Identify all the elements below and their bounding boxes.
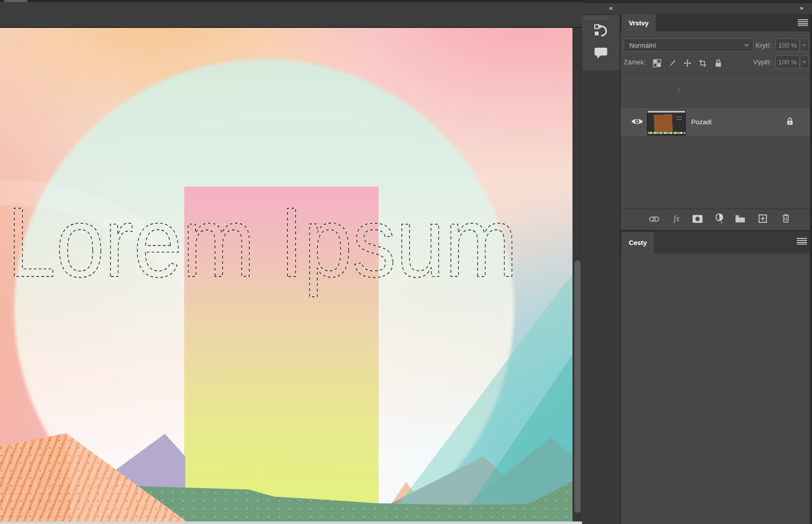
lock-move-icon [683,59,692,67]
fill-label: Výplň: [753,58,771,66]
fill-dropdown-button[interactable] [800,55,809,68]
lock-transparency-button[interactable] [650,56,663,69]
blend-mode-value: Normální [624,42,743,49]
chevron-down-icon [801,42,807,48]
thumbnail-statusbar [648,132,685,134]
layers-panel-menu-button[interactable] [798,19,808,26]
layer-lock-badge[interactable] [786,117,794,128]
dock-top-bar [582,3,812,15]
collapsed-panel-strip [582,0,620,524]
lock-artboard-button[interactable] [696,56,709,69]
tab-layers[interactable]: Vrstvy [622,14,656,31]
eye-icon [630,116,644,127]
chevron-down-icon [743,42,750,49]
paths-panel-body [621,254,810,524]
document-bottom-strip [0,521,582,524]
layer-thumbnail[interactable] [647,110,686,135]
stray-mark [679,87,679,92]
lock-artboard-icon [698,59,707,67]
document-canvas[interactable]: Lorem Ipsum Lorem Ipsum [0,28,572,521]
vertical-scrollbar-thumb[interactable] [574,260,581,513]
mask-icon [692,215,703,223]
delete-layer-button[interactable] [779,212,792,225]
collapse-to-icons-button[interactable]: « [609,4,613,13]
expand-dock-button[interactable]: » [800,4,803,13]
opacity-label: Krytí: [756,42,771,49]
new-layer-icon [758,214,767,223]
photoshop-window: Lorem Ipsum Lorem Ipsum « » Vrstvy [0,0,812,524]
thumbnail-detail-line [675,117,682,117]
lock-all-icon [715,59,722,67]
new-group-button[interactable] [733,212,747,225]
layers-panel-tab-bar: Vrstvy [621,14,810,31]
paths-panel-tab-bar: Cesty [621,232,810,254]
lock-transparency-icon [653,59,661,67]
panel-grip-handle[interactable] [586,17,607,20]
opacity-value: 100 % [779,42,797,49]
lock-label: Zámek: [624,58,646,66]
panel-menu-icon [798,19,808,26]
link-layers-button[interactable] [648,213,661,226]
chevron-down-icon [801,59,807,65]
blend-mode-select[interactable]: Normální [624,39,754,52]
paths-panel-menu-button[interactable] [797,237,807,244]
new-layer-button[interactable] [756,212,769,225]
comments-panel-button[interactable] [591,45,611,61]
tab-paths[interactable]: Cesty [622,232,654,254]
history-icon [593,23,608,38]
adjustment-layer-button[interactable] [713,212,726,225]
panel-separator [621,74,810,74]
fill-value: 100 % [779,58,797,66]
panel-separator [621,208,810,209]
selection-text-outline: Lorem Ipsum [7,187,518,297]
lock-paint-button[interactable] [665,56,679,69]
lock-all-button[interactable] [712,56,725,69]
thumbnail-artwork [654,114,673,132]
thumbnail-titlebar [648,111,685,113]
thumbnail-detail-line [676,119,682,120]
lock-paint-icon [668,59,676,67]
opacity-dropdown-button[interactable] [800,39,809,52]
comment-icon [594,46,608,59]
history-panel-button[interactable] [591,22,611,39]
selection-marching-ants: Lorem Ipsum Lorem Ipsum [0,28,572,521]
panel-menu-icon [797,237,807,244]
add-mask-button[interactable] [691,212,704,225]
layer-name: Pozadí [691,118,712,126]
tab-layers-label: Vrstvy [629,19,649,27]
opacity-input[interactable]: 100 % [775,39,800,52]
group-icon [735,215,746,223]
link-icon [649,216,660,223]
layer-visibility-toggle[interactable] [630,116,644,129]
layer-styles-button[interactable]: fx [670,212,683,225]
adjustment-icon [715,213,725,223]
delete-icon [782,214,790,223]
fx-icon: fx [673,214,680,223]
lock-icon [786,117,794,126]
fill-input[interactable]: 100 % [775,55,800,68]
tab-paths-label: Cesty [629,239,647,247]
lock-position-button[interactable] [681,56,694,69]
document-tab-bar [0,2,582,28]
